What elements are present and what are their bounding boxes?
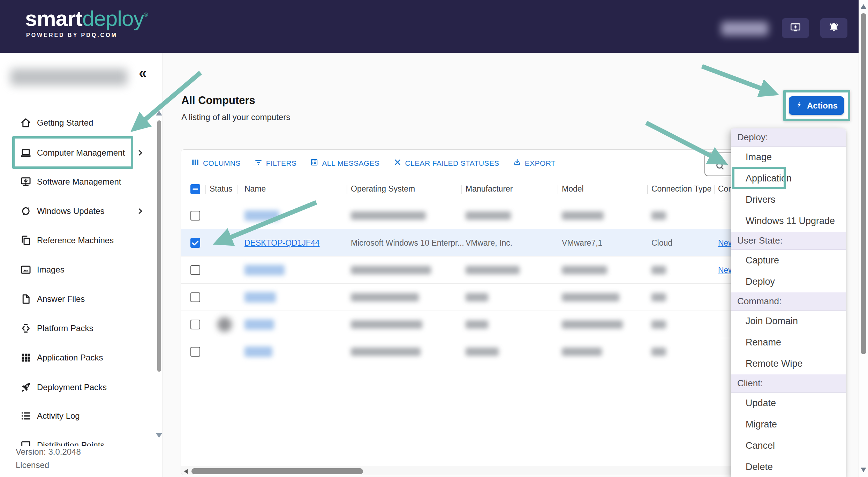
blurred-name[interactable] [244,346,272,357]
col-truncated[interactable]: Con [718,184,733,194]
menu-item-deploy[interactable]: Deploy [731,271,846,292]
columns-icon [191,158,200,169]
row-checkbox[interactable] [190,292,200,302]
add-computer-button[interactable] [782,18,809,38]
document-icon [20,293,32,305]
annotation-box-computer-management [12,136,133,169]
app-header: smartdeploy® POWERED BY PDQ.COM [0,0,868,53]
col-status[interactable]: Status [210,184,232,194]
vertical-scrollbar-thumb[interactable] [861,13,866,354]
license-text: Licensed [16,460,49,470]
sidebar-item-images[interactable]: Images [0,260,156,280]
chevron-right-icon [136,207,144,215]
monitor-plus-icon [790,22,801,35]
notifications-button[interactable] [820,18,847,38]
annotation-box-application [732,167,786,189]
copy-pages-icon [20,234,32,246]
sidebar-scrollbar-thumb[interactable] [157,120,161,372]
sidebar-item-activity-log[interactable]: Activity Log [0,406,156,426]
menu-item-delete[interactable]: Delete [731,456,846,477]
menu-item-migrate[interactable]: Migrate [731,414,846,435]
col-model[interactable]: Model [562,184,584,194]
export-button[interactable]: EXPORT [513,158,556,169]
menu-item-remote-wipe[interactable]: Remote Wipe [731,353,846,374]
row-checkbox[interactable] [190,347,200,357]
sidebar-item-application-packs[interactable]: Application Packs [0,348,156,367]
menu-header-command: Command: [731,292,846,311]
page-vertical-scrollbar[interactable] [859,0,868,477]
menu-item-join-domain[interactable]: Join Domain [731,311,846,332]
row-checkbox[interactable] [190,265,200,275]
workspace-title-blurred [10,69,127,85]
messages-list-icon [310,158,319,169]
sidebar-scroll-up-icon[interactable] [156,111,162,115]
menu-item-drivers[interactable]: Drivers [731,189,846,210]
scroll-up-icon[interactable] [861,4,866,9]
row-checkbox-checked[interactable] [190,238,200,248]
cell-os: Microsoft Windows 10 Enterpr... [351,238,464,248]
indeterminate-icon [190,184,200,194]
menu-header-deploy: Deploy: [731,128,846,147]
menu-item-windows-11-upgrade[interactable]: Windows 11 Upgrade [731,210,846,232]
menu-item-image[interactable]: Image [731,147,846,168]
sidebar-item-reference-machines[interactable]: Reference Machines [0,231,156,250]
col-name[interactable]: Name [244,184,266,194]
col-manufacturer[interactable]: Manufacturer [466,184,513,194]
menu-header-client: Client: [731,374,846,393]
menu-item-rename[interactable]: Rename [731,332,846,353]
download-icon [513,158,522,169]
username-blurred [721,22,768,36]
sidebar-item-platform-packs[interactable]: Platform Packs [0,319,156,338]
select-all-checkbox[interactable] [190,184,200,194]
cell-manufacturer: VMware, Inc. [466,238,512,248]
image-icon [20,264,32,276]
menu-item-capture[interactable]: Capture [731,250,846,271]
logo-deploy: deploy [82,6,144,30]
filters-button[interactable]: FILTERS [254,158,297,169]
version-info: Version: 3.0.2048 Licensed [0,446,156,477]
row-checkbox[interactable] [190,320,200,329]
grid-apps-icon [20,352,32,364]
bolt-icon [795,100,803,111]
all-messages-button[interactable]: ALL MESSAGES [310,158,379,169]
sidebar-collapse-button[interactable]: « [139,66,146,80]
sidebar-nav: « Getting Started Computer Management So… [0,53,163,477]
scroll-left-icon[interactable] [184,469,188,474]
code-brackets-icon [20,322,32,334]
page-title: All Computers [181,94,255,107]
col-operating-system[interactable]: Operating System [351,184,415,194]
version-text: Version: 3.0.2048 [16,447,81,457]
actions-button[interactable]: Actions [789,96,844,115]
check-icon [190,238,200,248]
rocket-icon [20,381,32,393]
sidebar-item-deployment-packs[interactable]: Deployment Packs [0,378,156,397]
scroll-down-icon[interactable] [861,468,866,472]
blurred-name[interactable] [244,265,285,275]
list-icon [20,410,32,422]
sidebar-scroll-down-icon[interactable] [156,433,162,438]
blurred-name[interactable] [244,210,279,221]
registered-mark: ® [144,12,148,18]
sidebar-item-answer-files[interactable]: Answer Files [0,289,156,309]
columns-button[interactable]: COLUMNS [191,158,241,169]
blurred-name[interactable] [244,292,276,303]
smartdeploy-logo: smartdeploy® [25,8,148,29]
computer-name-link[interactable]: DESKTOP-QD1JF44 [244,238,320,248]
logo-tagline: POWERED BY PDQ.COM [26,32,118,38]
sidebar-item-windows-updates[interactable]: Windows Updates [0,201,156,221]
sidebar-item-getting-started[interactable]: Getting Started [0,113,156,133]
col-connection-type[interactable]: Connection Type [651,184,711,194]
menu-item-cancel[interactable]: Cancel [731,435,846,456]
software-download-icon [20,176,32,188]
blurred-name[interactable] [244,319,274,330]
logo-smart: smart [25,6,82,30]
page-subtitle: A listing of all your computers [181,112,290,122]
horizontal-scrollbar-thumb[interactable] [191,468,363,474]
cell-connection: Cloud [651,238,672,248]
row-checkbox[interactable] [190,211,200,221]
clear-failed-statuses-button[interactable]: CLEAR FAILED STATUSES [393,158,499,169]
filter-icon [254,158,263,169]
chevron-right-icon [136,149,144,157]
menu-item-update[interactable]: Update [731,393,846,414]
sidebar-item-software-management[interactable]: Software Management [0,172,156,192]
